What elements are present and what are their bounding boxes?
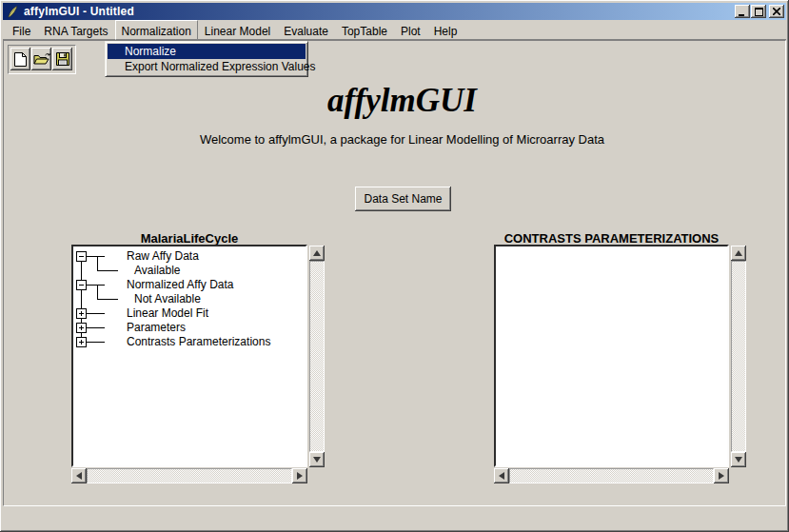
tree-connector-line	[87, 256, 105, 257]
tree-connector-line	[97, 256, 98, 270]
application-window: affylmGUI - Untitled FileRNA TargetsNorm…	[0, 0, 789, 532]
tree-node-raw-affy-data[interactable]: Raw Affy Data	[127, 249, 199, 264]
left-panel-title: MalariaLifeCycle	[71, 231, 307, 246]
window-title: affylmGUI - Untitled	[24, 5, 134, 18]
toolbar	[8, 45, 76, 74]
app-title: affylmGUI	[15, 82, 789, 120]
menubar: FileRNA TargetsNormalizationLinear Model…	[3, 20, 786, 40]
tree-node-normalized-affy-data[interactable]: Normalized Affy Data	[127, 278, 234, 292]
scroll-up-button[interactable]	[309, 246, 325, 261]
tree-connector-line	[87, 313, 105, 314]
new-file-button[interactable]	[10, 48, 30, 70]
menu-item-linear-model[interactable]: Linear Model	[198, 20, 277, 40]
tree-connector-line	[87, 285, 105, 286]
maximize-icon	[755, 8, 763, 16]
menu-option-normalize[interactable]: Normalize	[108, 44, 306, 59]
tree-expand-toggle[interactable]	[76, 323, 87, 333]
menu-item-normalization[interactable]: Normalization	[115, 20, 198, 40]
save-file-button[interactable]	[52, 48, 72, 70]
tree-node-contrasts-parameterizations[interactable]: Contrasts Parameterizations	[127, 335, 270, 349]
minimize-button[interactable]	[735, 5, 750, 18]
close-button[interactable]	[769, 5, 784, 18]
tree-connector-line	[97, 299, 118, 300]
dataset-tree-listbox[interactable]: Raw Affy DataAvailableNormalized Affy Da…	[71, 245, 307, 467]
scroll-down-button[interactable]	[731, 452, 746, 467]
menu-item-plot[interactable]: Plot	[394, 20, 427, 40]
menu-item-help[interactable]: Help	[427, 20, 464, 40]
save-icon	[55, 51, 70, 67]
contrasts-listbox[interactable]	[494, 245, 729, 467]
new-file-icon	[13, 51, 28, 68]
normalization-menu: NormalizeExport Normalized Expression Va…	[105, 41, 308, 77]
tree-node-parameters[interactable]: Parameters	[127, 321, 186, 335]
scroll-left-button[interactable]	[494, 468, 509, 483]
menu-item-rna-targets[interactable]: RNA Targets	[37, 20, 114, 40]
open-file-button[interactable]	[31, 48, 51, 70]
tree-node-linear-model-fit[interactable]: Linear Model Fit	[127, 306, 208, 321]
tree-expand-toggle[interactable]	[76, 280, 87, 290]
open-folder-icon	[33, 51, 50, 67]
menu-option-export-normalized-expression-values[interactable]: Export Normalized Expression Values	[108, 59, 306, 74]
title-bar[interactable]: affylmGUI - Untitled	[3, 3, 786, 20]
tree-connector-line	[87, 327, 105, 328]
scrollbar-trough[interactable]	[87, 468, 292, 483]
scrollbar-trough[interactable]	[509, 468, 714, 483]
scroll-right-button[interactable]	[714, 468, 729, 483]
scroll-up-button[interactable]	[731, 246, 746, 261]
data-set-name-button[interactable]: Data Set Name	[355, 187, 451, 211]
arrow-left-icon	[499, 472, 504, 480]
arrow-down-icon	[313, 457, 321, 463]
maximize-button[interactable]	[751, 5, 766, 18]
right-panel-title: CONTRASTS PARAMETERIZATIONS	[494, 231, 729, 246]
tree-connector-line	[97, 270, 118, 271]
close-icon	[773, 8, 780, 15]
window-controls	[734, 5, 784, 18]
scroll-right-button[interactable]	[292, 468, 307, 483]
tree-canvas: Raw Affy DataAvailableNormalized Affy Da…	[73, 246, 306, 465]
arrow-down-icon	[735, 457, 742, 463]
right-horizontal-scrollbar[interactable]	[494, 468, 729, 483]
scroll-left-button[interactable]	[71, 468, 87, 483]
menu-item-file[interactable]: File	[6, 20, 37, 40]
arrow-up-icon	[735, 250, 742, 256]
menu-item-evaluate[interactable]: Evaluate	[277, 20, 335, 40]
arrow-right-icon	[719, 472, 724, 480]
tree-expand-toggle[interactable]	[76, 308, 87, 319]
welcome-text: Welcome to affylmGUI, a package for Line…	[15, 132, 789, 147]
tree-node-not-available[interactable]: Not Available	[134, 292, 201, 306]
menu-item-toptable[interactable]: TopTable	[335, 20, 394, 40]
tree-connector-line	[87, 342, 105, 343]
scrollbar-trough[interactable]	[731, 261, 746, 452]
arrow-left-icon	[76, 472, 82, 480]
scroll-down-button[interactable]	[309, 452, 325, 467]
left-horizontal-scrollbar[interactable]	[71, 468, 307, 483]
right-vertical-scrollbar[interactable]	[731, 246, 746, 467]
arrow-right-icon	[297, 472, 303, 480]
feather-icon	[6, 5, 20, 19]
tree-expand-toggle[interactable]	[76, 251, 87, 262]
scrollbar-trough[interactable]	[309, 261, 325, 452]
tree-expand-toggle[interactable]	[76, 337, 87, 347]
tree-connector-line	[97, 285, 98, 299]
left-vertical-scrollbar[interactable]	[309, 246, 325, 467]
minimize-icon	[739, 8, 746, 16]
arrow-up-icon	[313, 250, 321, 256]
tree-node-available[interactable]: Available	[134, 264, 180, 278]
